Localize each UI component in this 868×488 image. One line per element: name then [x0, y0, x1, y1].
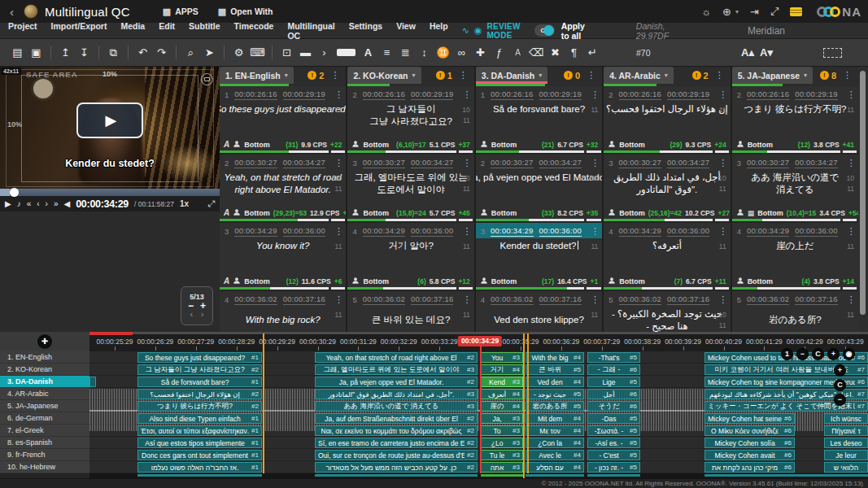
subtitle-cell[interactable]: 300:00:34:2900:00:36:00⋮Kender du stedet…	[476, 223, 602, 290]
chevron-down-icon[interactable]: ▾	[804, 72, 807, 79]
duplicate-icon[interactable]: ⧉	[104, 44, 123, 62]
close-icon[interactable]: ✖	[546, 44, 565, 62]
timecode-out[interactable]: 00:00:34:27	[283, 158, 325, 168]
subtitle-block[interactable]: Ved den#4	[526, 377, 584, 387]
subtitle-cell[interactable]: 300:00:30:2700:00:34:27⋮أجل، في امتداد ذ…	[604, 155, 730, 221]
undo-icon[interactable]: ↶	[133, 44, 152, 62]
timecode-in[interactable]: 00:00:36:02	[619, 294, 661, 305]
column-menu-icon[interactable]: ⋮	[840, 70, 855, 81]
subtitle-cell[interactable]: 200:00:26:1600:00:29:19⋮つまり 彼らは行方不明?11Bo…	[732, 86, 858, 153]
play-button[interactable]: ▶	[5, 199, 11, 208]
timeline-language-10-he-hebrew[interactable]: 10. he-Hebrew	[0, 461, 89, 473]
language-globe-icon[interactable]: ⊕	[722, 6, 731, 18]
subtitle-block[interactable]: ¿Lo#3	[481, 438, 523, 448]
subtitle-block[interactable]: מיקי כהן נהג לקחת את#6	[704, 462, 795, 473]
effects-icon[interactable]: ƒ	[490, 44, 508, 62]
cell-menu-icon[interactable]: ⋮	[587, 89, 602, 100]
toggle-knob[interactable]	[543, 25, 554, 36]
subtitle-block[interactable]: Oui, sur ce tronçon de route juste au-de…	[315, 450, 478, 460]
timecode-in[interactable]: 00:00:36:02	[234, 294, 277, 305]
cell-menu-icon[interactable]: ⋮	[331, 158, 346, 168]
back-chevron-icon[interactable]: ‹	[7, 5, 17, 19]
subtitle-block[interactable]: Mickey Cohen hat seine#6	[704, 413, 795, 424]
subtitle-cell[interactable]: 300:00:30:2700:00:34:27⋮그래, 엘마타도르 위에 있는도…	[347, 155, 473, 221]
subtitle-cell[interactable]: 500:00:36:0200:00:37:16⋮큰 바위 있는 데요?11	[347, 291, 473, 332]
cell-text[interactable]: إن هؤلاء الرجال اختفوا فحسب؟11	[604, 102, 730, 132]
cell-menu-icon[interactable]: ⋮	[459, 158, 473, 168]
subtitle-block[interactable]: إن هؤلاء الرجال اختفوا فحسب؟#2	[137, 389, 262, 399]
subtitle-cell[interactable]: 300:00:30:2700:00:34:27⋮ああ 海岸沿いの道で消えてる10…	[732, 155, 858, 221]
cell-menu-icon[interactable]: ⋮	[459, 89, 473, 100]
column-tab-2-ko-korean[interactable]: 2. KO-Korean▾	[347, 67, 421, 84]
cell-text[interactable]: 崖の上だ11	[732, 238, 858, 268]
feedback-chat-icon[interactable]	[790, 7, 802, 16]
subtitle-block[interactable]: Με τον#4	[526, 425, 584, 436]
logout-icon[interactable]: ⇥	[750, 6, 759, 18]
timeline-language-7-el-greek[interactable]: 7. el-Greek	[0, 425, 89, 437]
subtitle-block[interactable]: -Así es. -#5	[587, 438, 640, 448]
timecode-in[interactable]: 00:00:34:29	[363, 226, 405, 237]
subtitle-block[interactable]: Tu le#3	[481, 450, 523, 460]
timeline-language-1-en-english[interactable]: 1. EN-English	[0, 351, 89, 364]
menu-timecode[interactable]: Timecode	[234, 21, 285, 41]
subtitle-cell[interactable]: 200:00:30:2700:00:34:27⋮Yeah, on that st…	[220, 155, 346, 221]
chevron-down-icon[interactable]: ▾	[285, 72, 288, 79]
save-icon[interactable]: ▣	[27, 44, 46, 62]
menu-multilingual-qc[interactable]: Multilingual QC	[287, 21, 345, 41]
text-check-icon[interactable]: A	[508, 44, 527, 62]
send-icon[interactable]: ➤	[200, 44, 219, 62]
timecode-in[interactable]: 00:00:26:16	[491, 89, 533, 100]
sync-pulse-icon[interactable]: ∿	[462, 25, 469, 36]
timecode-out[interactable]: 00:00:36:00	[283, 226, 325, 237]
cell-text[interactable]: 거기 알아?11	[347, 238, 473, 268]
subtitle-cell[interactable]: 400:00:36:0200:00:37:16⋮With the big roc…	[220, 291, 346, 332]
cell-menu-icon[interactable]: ⋮	[844, 89, 858, 100]
timecode-in[interactable]: 00:00:34:29	[491, 226, 533, 237]
export-icon[interactable]: ↧	[75, 44, 94, 62]
menu-help[interactable]: Help	[430, 21, 459, 41]
column-menu-icon[interactable]: ⋮	[583, 70, 599, 81]
timecode-out[interactable]: 00:00:29:19	[283, 89, 325, 100]
column-tab-5-ja-japanese[interactable]: 5. JA-Japanese▾	[732, 67, 813, 84]
menu-subtitle[interactable]: Subtitle	[189, 21, 231, 41]
wrap-text-icon[interactable]: ↵	[583, 44, 602, 62]
add-subtitle-icon[interactable]: ✚	[471, 44, 490, 62]
timecode-out[interactable]: 00:00:29:19	[795, 89, 837, 100]
align-center-icon[interactable]: ≣	[396, 44, 415, 62]
timecode-in[interactable]: 00:00:26:16	[619, 89, 661, 100]
cell-menu-icon[interactable]: ⋮	[459, 294, 473, 305]
chevron-down-icon[interactable]: ▾	[665, 72, 668, 79]
subtitle-block[interactable]: Έτσι, αυτοί οι τύποι εξαφανίστηκαν.#1	[137, 425, 262, 436]
globe-caret-icon[interactable]: ▾	[735, 8, 739, 15]
timeline-language-5-ja-japanese[interactable]: 5. JA-Japanese	[0, 400, 89, 412]
subtitle-block[interactable]: 그 남자들이 그냥 사라졌다고요?#2	[137, 364, 262, 375]
subtitle-block[interactable]: You#3	[481, 352, 523, 363]
subtitle-block[interactable]: אתה#3	[481, 462, 523, 473]
timecode-in[interactable]: 00:00:30:27	[619, 158, 661, 168]
zoom-in-side-button[interactable]: +	[834, 364, 846, 377]
timeline-language-8-es-spanish[interactable]: 8. es-Spanish	[0, 437, 89, 449]
page-next-button[interactable]: ›	[201, 311, 203, 319]
timeline-tracks[interactable]: So these guys just disappeared?#1그 남자들이 …	[89, 351, 868, 473]
theme-bulb-icon[interactable]: ☼	[701, 6, 711, 18]
import-icon[interactable]: ↥	[56, 44, 75, 62]
playback-speed[interactable]: 1x	[180, 199, 189, 208]
timecode-in[interactable]: 00:00:34:29	[619, 226, 661, 237]
search-icon[interactable]: ⌕	[181, 44, 200, 62]
rewind-icon[interactable]: ◀	[64, 199, 71, 208]
cell-text[interactable]: 岩のある所?11	[732, 307, 858, 332]
cell-menu-icon[interactable]: ⋮	[715, 158, 730, 168]
chevron-down-icon[interactable]: ▾	[412, 72, 416, 79]
align-justify-icon[interactable]: ≡	[377, 44, 396, 62]
subtitle-block[interactable]: - حيث توجد#5	[526, 389, 584, 399]
cell-text[interactable]: So these guys just disappeared?11	[220, 102, 346, 132]
subtitle-cell[interactable]: 100:00:26:1600:00:29:19⋮Så de forsvandt …	[476, 86, 602, 153]
timeline-language-6-de-german[interactable]: 6. de-German	[0, 412, 89, 425]
cell-menu-icon[interactable]: ⋮	[587, 158, 602, 168]
subtitle-block[interactable]: Also sind diese Typen einfach#1	[137, 413, 262, 424]
subtitle-cell[interactable]: 200:00:26:1600:00:29:19⋮إن هؤلاء الرجال …	[604, 86, 730, 153]
subtitle-cell[interactable]: 100:00:26:1600:00:29:19⋮So these guys ju…	[220, 86, 346, 153]
cell-text[interactable]: Kender du stedet?11	[476, 238, 602, 268]
seek-bar[interactable]	[0, 189, 220, 196]
cell-text[interactable]: You know it?11	[220, 238, 346, 268]
